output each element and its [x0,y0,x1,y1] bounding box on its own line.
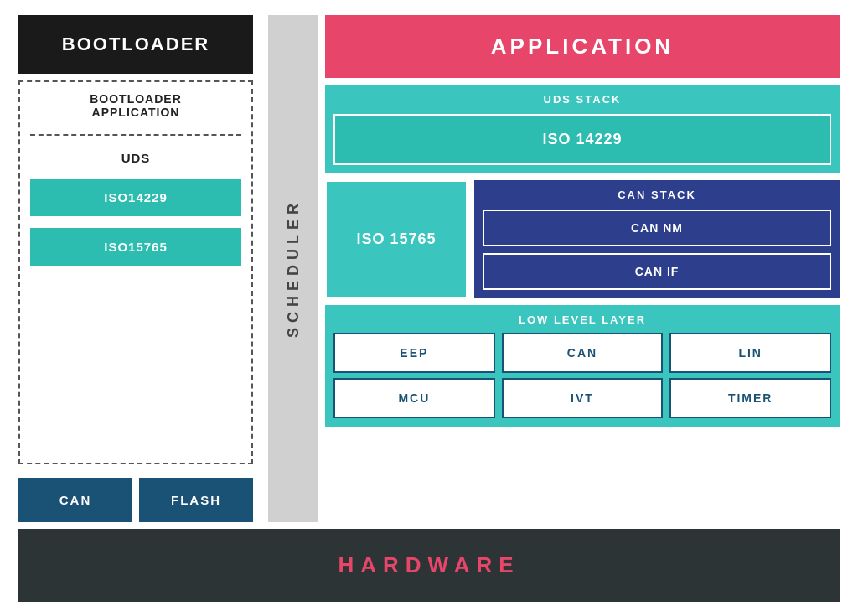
can-nm-box: CAN NM [483,210,831,246]
lin-cell: LIN [669,333,831,373]
can-box-left: CAN [18,478,132,522]
bootloader-header: BOOTLOADER [18,15,253,74]
application-header: APPLICATION [325,15,840,78]
can-cell: CAN [502,333,664,373]
application-section: APPLICATION UDS STACK ISO 14229 ISO 1576… [325,15,840,522]
mcu-cell: MCU [333,378,495,418]
hardware-section: HARDWARE [18,529,840,602]
bootloader-bottom: CAN FLASH [18,478,253,522]
diagram: BOOTLOADER BOOTLOADER APPLICATION UDS IS… [18,15,840,602]
low-level-row-1: EEP CAN LIN [333,333,831,373]
low-level-label: LOW LEVEL LAYER [333,313,831,326]
bootloader-section: BOOTLOADER BOOTLOADER APPLICATION UDS IS… [18,15,261,522]
uds-label: UDS [30,151,241,165]
main-area: BOOTLOADER BOOTLOADER APPLICATION UDS IS… [18,15,840,522]
iso14229-box-left: ISO14229 [30,179,241,216]
eep-cell: EEP [333,333,495,373]
low-level-row-2: MCU IVT TIMER [333,378,831,418]
middle-row: ISO 15765 CAN STACK CAN NM CAN IF [325,180,840,298]
flash-box: FLASH [139,478,253,522]
bootloader-app-label: BOOTLOADER APPLICATION [30,92,241,119]
dashed-divider [30,134,241,136]
timer-cell: TIMER [669,378,831,418]
scheduler-section: SCHEDULER [268,15,318,522]
can-stack-section: CAN STACK CAN NM CAN IF [474,180,840,298]
can-stack-label: CAN STACK [483,189,831,201]
scheduler-label: SCHEDULER [285,199,302,338]
iso15765-box-left: ISO15765 [30,228,241,266]
bootloader-inner: BOOTLOADER APPLICATION UDS ISO14229 ISO1… [18,80,253,464]
low-level-section: LOW LEVEL LAYER EEP CAN LIN MCU IVT TIME… [325,305,840,427]
iso-14229-box: ISO 14229 [333,114,831,165]
low-level-grid: EEP CAN LIN MCU IVT TIMER [333,333,831,418]
uds-stack-section: UDS STACK ISO 14229 [325,85,840,173]
iso-15765-box: ISO 15765 [325,180,468,298]
can-if-box: CAN IF [483,253,831,290]
uds-stack-label: UDS STACK [333,93,831,106]
ivt-cell: IVT [502,378,664,418]
